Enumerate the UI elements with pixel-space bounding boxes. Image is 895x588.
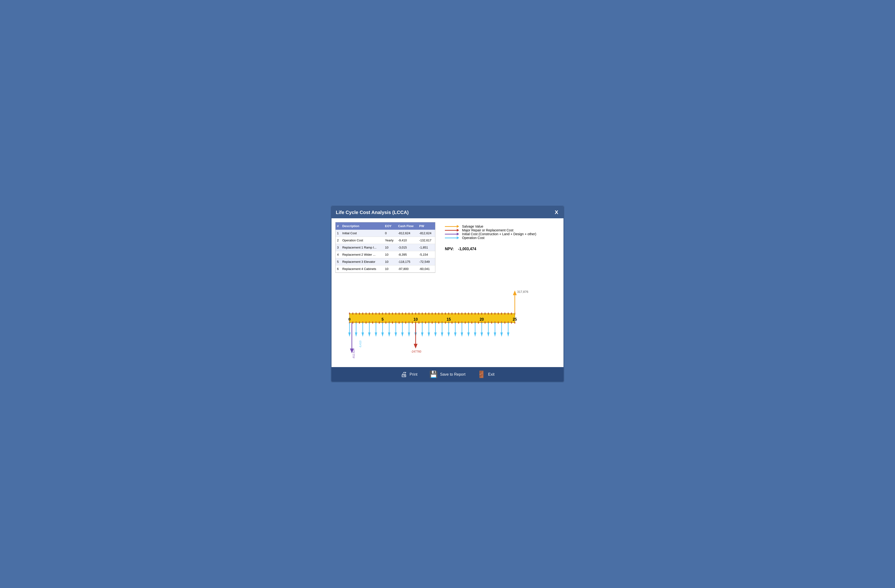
legend-item-3: Operation Cost <box>445 236 555 240</box>
svg-marker-109 <box>361 333 364 337</box>
lcca-dialog: Life Cycle Cost Analysis (LCCA) X # Desc… <box>331 206 564 382</box>
svg-marker-151 <box>501 333 503 337</box>
print-icon: 🖨 <box>400 370 407 378</box>
footer: 🖨 Print 💾 Save to Report 🚪 Exit <box>332 367 563 382</box>
repair-cost-label: -247760 <box>411 350 421 353</box>
svg-marker-123 <box>408 333 410 337</box>
timeline-label-15: 15 <box>446 317 451 321</box>
legend-label-1: Major Repair or Replacement Cost <box>462 228 513 232</box>
chart-area: /* rendered statically below */ 0 5 10 1… <box>332 277 563 367</box>
svg-marker-153 <box>507 333 510 337</box>
svg-marker-105 <box>349 333 351 337</box>
svg-marker-115 <box>381 333 384 337</box>
save-icon: 💾 <box>429 370 438 378</box>
timeline-label-20: 20 <box>479 317 484 321</box>
legend-label-3: Operation Cost <box>462 236 484 240</box>
close-button[interactable]: X <box>554 209 559 215</box>
exit-label: Exit <box>488 372 495 377</box>
save-label: Save to Report <box>440 372 466 377</box>
table-header-row: # Description EOY Cash Flow PW <box>335 222 435 230</box>
svg-marker-143 <box>474 333 476 337</box>
npv-section: NPV: -1,003,474 <box>445 247 555 251</box>
legend-label-0: Salvage Value <box>462 224 483 228</box>
svg-marker-137 <box>454 333 457 337</box>
table-row: 4 Replacement 2 Wider ... 10 -8,395 -5,1… <box>335 251 435 258</box>
col-num: # <box>335 222 341 230</box>
main-content: # Description EOY Cash Flow PW 1 Initial… <box>332 218 563 277</box>
salvage-value-label: 317,876 <box>517 290 528 294</box>
svg-marker-129 <box>428 333 430 337</box>
legend-arrow-1 <box>445 228 459 232</box>
svg-marker-113 <box>375 333 377 337</box>
timeline-label-5: 5 <box>382 317 384 321</box>
svg-marker-145 <box>481 333 483 337</box>
col-eoy: EOY <box>384 222 397 230</box>
svg-marker-149 <box>494 333 496 337</box>
title-bar: Life Cycle Cost Analysis (LCCA) X <box>332 206 563 218</box>
legend-arrow-3 <box>445 236 459 240</box>
svg-rect-0 <box>349 314 515 323</box>
lcca-chart: /* rendered statically below */ 0 5 10 1… <box>335 279 560 365</box>
svg-marker-119 <box>394 333 397 337</box>
legend-arrow-2 <box>445 232 459 236</box>
save-report-button[interactable]: 💾 Save to Report <box>429 370 466 378</box>
svg-marker-133 <box>441 333 443 337</box>
table-row: 6 Replacement 4 Cabinets 10 -97,800 -60,… <box>335 265 435 273</box>
initial-cost-label: -812,624 <box>352 349 355 359</box>
legend-item-0: Salvage Value <box>445 224 555 228</box>
svg-marker-147 <box>487 333 490 337</box>
operation-cost-value: -9,410 <box>359 341 362 348</box>
svg-marker-141 <box>467 333 470 337</box>
col-cashflow: Cash Flow <box>396 222 418 230</box>
table-row: 5 Replacement 3 Elevator 10 -118,175 -72… <box>335 258 435 265</box>
table-row: 3 Replacement 1 Ramp I... 10 -3,015 -1,8… <box>335 244 435 251</box>
exit-icon: 🚪 <box>477 370 485 378</box>
col-desc: Description <box>341 222 384 230</box>
repair-arrow-head <box>414 344 417 349</box>
svg-marker-107 <box>355 333 357 337</box>
npv-value: -1,003,474 <box>458 247 476 251</box>
svg-marker-131 <box>434 333 437 337</box>
svg-marker-117 <box>388 333 390 337</box>
svg-marker-111 <box>368 333 370 337</box>
legend-item-1: Major Repair or Replacement Cost <box>445 228 555 232</box>
col-pw: PW <box>418 222 435 230</box>
svg-marker-121 <box>401 333 404 337</box>
table-row: 1 Initial Cost 0 -812,624 -812,624 <box>335 230 435 237</box>
svg-marker-135 <box>448 333 450 337</box>
left-panel: # Description EOY Cash Flow PW 1 Initial… <box>335 222 435 273</box>
legend-label-2: Initial Cost (Construction + Land + Desi… <box>462 232 536 236</box>
table-row: 2 Operation Cost Yearly -9,410 -132,617 <box>335 237 435 244</box>
svg-marker-127 <box>421 333 423 337</box>
timeline-label-10: 10 <box>413 317 418 321</box>
legend-arrow-0 <box>445 224 459 228</box>
print-button[interactable]: 🖨 Print <box>400 370 417 378</box>
legend-item-2: Initial Cost (Construction + Land + Desi… <box>445 232 555 236</box>
dialog-title: Life Cycle Cost Analysis (LCCA) <box>336 210 409 215</box>
salvage-arrow-head <box>513 291 517 295</box>
svg-marker-139 <box>461 333 463 337</box>
operation-cost-arrows <box>349 323 510 336</box>
exit-button[interactable]: 🚪 Exit <box>477 370 495 378</box>
right-panel: Salvage Value Major Repair or Replacemen… <box>440 222 560 273</box>
print-label: Print <box>410 372 417 377</box>
legend-container: Salvage Value Major Repair or Replacemen… <box>445 224 555 240</box>
table-scroll[interactable]: # Description EOY Cash Flow PW 1 Initial… <box>335 222 435 273</box>
cost-table: # Description EOY Cash Flow PW 1 Initial… <box>335 222 435 273</box>
npv-label: NPV: <box>445 247 454 251</box>
